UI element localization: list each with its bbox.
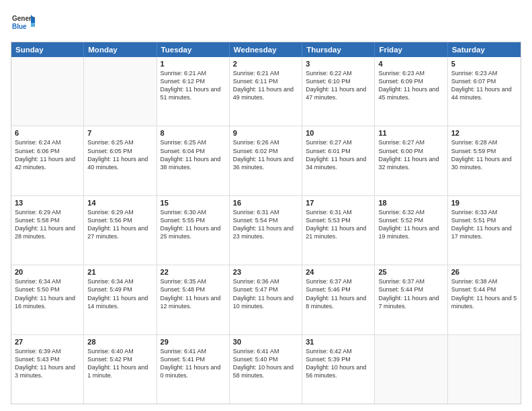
header-day-friday: Friday bbox=[375, 42, 447, 57]
cell-info: Sunrise: 6:41 AM Sunset: 5:40 PM Dayligh… bbox=[233, 347, 298, 380]
cell-info: Sunrise: 6:21 AM Sunset: 6:11 PM Dayligh… bbox=[233, 69, 298, 102]
day-number: 3 bbox=[306, 60, 371, 68]
calendar-day-15: 15Sunrise: 6:30 AM Sunset: 5:55 PM Dayli… bbox=[157, 196, 230, 265]
calendar-day-25: 25Sunrise: 6:37 AM Sunset: 5:44 PM Dayli… bbox=[375, 265, 447, 334]
cell-info: Sunrise: 6:41 AM Sunset: 5:41 PM Dayligh… bbox=[161, 347, 226, 380]
calendar-day-8: 8Sunrise: 6:25 AM Sunset: 6:04 PM Daylig… bbox=[157, 126, 230, 195]
calendar-day-1: 1Sunrise: 6:21 AM Sunset: 6:12 PM Daylig… bbox=[157, 57, 230, 126]
calendar-day-30: 30Sunrise: 6:41 AM Sunset: 5:40 PM Dayli… bbox=[230, 335, 302, 404]
cell-info: Sunrise: 6:32 AM Sunset: 5:52 PM Dayligh… bbox=[378, 208, 443, 241]
header-day-wednesday: Wednesday bbox=[230, 42, 302, 57]
calendar: SundayMondayTuesdayWednesdayThursdayFrid… bbox=[11, 42, 521, 404]
cell-info: Sunrise: 6:30 AM Sunset: 5:55 PM Dayligh… bbox=[161, 208, 226, 241]
day-number: 12 bbox=[451, 129, 517, 137]
cell-info: Sunrise: 6:21 AM Sunset: 6:12 PM Dayligh… bbox=[161, 69, 226, 102]
calendar-empty-cell bbox=[448, 335, 521, 404]
header-day-monday: Monday bbox=[84, 42, 157, 57]
cell-info: Sunrise: 6:37 AM Sunset: 5:44 PM Dayligh… bbox=[378, 277, 443, 310]
svg-marker-3 bbox=[31, 23, 35, 27]
day-number: 4 bbox=[378, 60, 443, 68]
calendar-day-7: 7Sunrise: 6:25 AM Sunset: 6:05 PM Daylig… bbox=[84, 126, 157, 195]
calendar-day-29: 29Sunrise: 6:41 AM Sunset: 5:41 PM Dayli… bbox=[157, 335, 230, 404]
cell-info: Sunrise: 6:39 AM Sunset: 5:43 PM Dayligh… bbox=[15, 347, 80, 380]
calendar-week-5: 27Sunrise: 6:39 AM Sunset: 5:43 PM Dayli… bbox=[11, 335, 521, 404]
day-number: 27 bbox=[15, 338, 80, 346]
day-number: 17 bbox=[306, 199, 371, 207]
calendar-week-2: 6Sunrise: 6:24 AM Sunset: 6:06 PM Daylig… bbox=[11, 126, 521, 195]
cell-info: Sunrise: 6:22 AM Sunset: 6:10 PM Dayligh… bbox=[306, 69, 371, 102]
calendar-empty-cell bbox=[11, 57, 84, 126]
calendar-day-10: 10Sunrise: 6:27 AM Sunset: 6:01 PM Dayli… bbox=[302, 126, 375, 195]
day-number: 13 bbox=[15, 199, 80, 207]
calendar-day-22: 22Sunrise: 6:35 AM Sunset: 5:48 PM Dayli… bbox=[157, 265, 230, 334]
cell-info: Sunrise: 6:25 AM Sunset: 6:05 PM Dayligh… bbox=[87, 138, 152, 171]
day-number: 28 bbox=[87, 338, 152, 346]
calendar-day-6: 6Sunrise: 6:24 AM Sunset: 6:06 PM Daylig… bbox=[11, 126, 84, 195]
cell-info: Sunrise: 6:23 AM Sunset: 6:07 PM Dayligh… bbox=[451, 69, 517, 102]
day-number: 29 bbox=[161, 338, 226, 346]
calendar-day-11: 11Sunrise: 6:27 AM Sunset: 6:00 PM Dayli… bbox=[375, 126, 447, 195]
day-number: 19 bbox=[451, 199, 517, 207]
header: General Blue bbox=[11, 11, 521, 35]
day-number: 26 bbox=[451, 268, 517, 276]
day-number: 6 bbox=[15, 129, 80, 137]
day-number: 9 bbox=[233, 129, 298, 137]
cell-info: Sunrise: 6:29 AM Sunset: 5:56 PM Dayligh… bbox=[87, 208, 152, 241]
cell-info: Sunrise: 6:34 AM Sunset: 5:50 PM Dayligh… bbox=[15, 277, 80, 310]
day-number: 22 bbox=[161, 268, 226, 276]
header-day-saturday: Saturday bbox=[448, 42, 521, 57]
cell-info: Sunrise: 6:24 AM Sunset: 6:06 PM Dayligh… bbox=[15, 138, 80, 171]
cell-info: Sunrise: 6:25 AM Sunset: 6:04 PM Dayligh… bbox=[161, 138, 226, 171]
day-number: 25 bbox=[378, 268, 443, 276]
day-number: 8 bbox=[161, 129, 226, 137]
logo-svg: General Blue bbox=[11, 11, 35, 35]
calendar-day-2: 2Sunrise: 6:21 AM Sunset: 6:11 PM Daylig… bbox=[230, 57, 302, 126]
calendar-day-3: 3Sunrise: 6:22 AM Sunset: 6:10 PM Daylig… bbox=[302, 57, 375, 126]
cell-info: Sunrise: 6:37 AM Sunset: 5:46 PM Dayligh… bbox=[306, 277, 371, 310]
calendar-day-26: 26Sunrise: 6:38 AM Sunset: 5:44 PM Dayli… bbox=[448, 265, 521, 334]
calendar-day-17: 17Sunrise: 6:31 AM Sunset: 5:53 PM Dayli… bbox=[302, 196, 375, 265]
cell-info: Sunrise: 6:23 AM Sunset: 6:09 PM Dayligh… bbox=[378, 69, 443, 102]
day-number: 10 bbox=[306, 129, 371, 137]
day-number: 23 bbox=[233, 268, 298, 276]
calendar-week-4: 20Sunrise: 6:34 AM Sunset: 5:50 PM Dayli… bbox=[11, 265, 521, 334]
calendar-day-20: 20Sunrise: 6:34 AM Sunset: 5:50 PM Dayli… bbox=[11, 265, 84, 334]
cell-info: Sunrise: 6:31 AM Sunset: 5:54 PM Dayligh… bbox=[233, 208, 298, 241]
calendar-header: SundayMondayTuesdayWednesdayThursdayFrid… bbox=[11, 42, 521, 57]
calendar-day-21: 21Sunrise: 6:34 AM Sunset: 5:49 PM Dayli… bbox=[84, 265, 157, 334]
cell-info: Sunrise: 6:34 AM Sunset: 5:49 PM Dayligh… bbox=[87, 277, 152, 310]
day-number: 16 bbox=[233, 199, 298, 207]
calendar-day-4: 4Sunrise: 6:23 AM Sunset: 6:09 PM Daylig… bbox=[375, 57, 447, 126]
calendar-day-16: 16Sunrise: 6:31 AM Sunset: 5:54 PM Dayli… bbox=[230, 196, 302, 265]
calendar-day-5: 5Sunrise: 6:23 AM Sunset: 6:07 PM Daylig… bbox=[448, 57, 521, 126]
cell-info: Sunrise: 6:40 AM Sunset: 5:42 PM Dayligh… bbox=[87, 347, 152, 380]
logo: General Blue bbox=[11, 11, 35, 35]
cell-info: Sunrise: 6:35 AM Sunset: 5:48 PM Dayligh… bbox=[161, 277, 226, 310]
cell-info: Sunrise: 6:33 AM Sunset: 5:51 PM Dayligh… bbox=[451, 208, 517, 241]
day-number: 15 bbox=[161, 199, 226, 207]
day-number: 11 bbox=[378, 129, 443, 137]
day-number: 24 bbox=[306, 268, 371, 276]
day-number: 1 bbox=[161, 60, 226, 68]
calendar-body: 1Sunrise: 6:21 AM Sunset: 6:12 PM Daylig… bbox=[11, 57, 521, 404]
calendar-week-1: 1Sunrise: 6:21 AM Sunset: 6:12 PM Daylig… bbox=[11, 57, 521, 126]
calendar-day-27: 27Sunrise: 6:39 AM Sunset: 5:43 PM Dayli… bbox=[11, 335, 84, 404]
day-number: 5 bbox=[451, 60, 517, 68]
calendar-empty-cell bbox=[375, 335, 447, 404]
day-number: 21 bbox=[87, 268, 152, 276]
cell-info: Sunrise: 6:38 AM Sunset: 5:44 PM Dayligh… bbox=[451, 277, 517, 310]
calendar-day-13: 13Sunrise: 6:29 AM Sunset: 5:58 PM Dayli… bbox=[11, 196, 84, 265]
day-number: 30 bbox=[233, 338, 298, 346]
calendar-day-14: 14Sunrise: 6:29 AM Sunset: 5:56 PM Dayli… bbox=[84, 196, 157, 265]
calendar-day-18: 18Sunrise: 6:32 AM Sunset: 5:52 PM Dayli… bbox=[375, 196, 447, 265]
day-number: 31 bbox=[306, 338, 371, 346]
cell-info: Sunrise: 6:28 AM Sunset: 5:59 PM Dayligh… bbox=[451, 138, 517, 171]
calendar-day-12: 12Sunrise: 6:28 AM Sunset: 5:59 PM Dayli… bbox=[448, 126, 521, 195]
svg-text:Blue: Blue bbox=[12, 23, 27, 30]
header-day-tuesday: Tuesday bbox=[157, 42, 230, 57]
calendar-empty-cell bbox=[84, 57, 157, 126]
day-number: 18 bbox=[378, 199, 443, 207]
cell-info: Sunrise: 6:29 AM Sunset: 5:58 PM Dayligh… bbox=[15, 208, 80, 241]
calendar-day-23: 23Sunrise: 6:36 AM Sunset: 5:47 PM Dayli… bbox=[230, 265, 302, 334]
calendar-day-19: 19Sunrise: 6:33 AM Sunset: 5:51 PM Dayli… bbox=[448, 196, 521, 265]
